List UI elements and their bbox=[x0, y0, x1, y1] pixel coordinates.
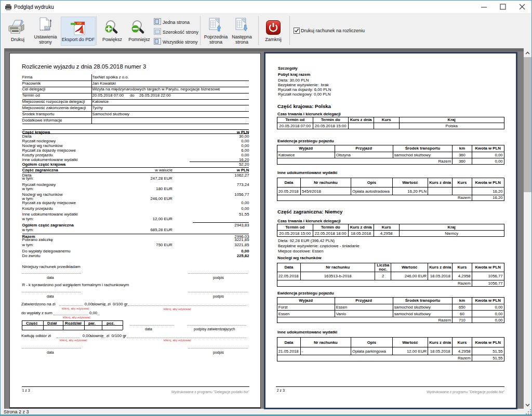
svg-text:123: 123 bbox=[45, 27, 50, 30]
svg-text:PDF: PDF bbox=[77, 22, 82, 25]
